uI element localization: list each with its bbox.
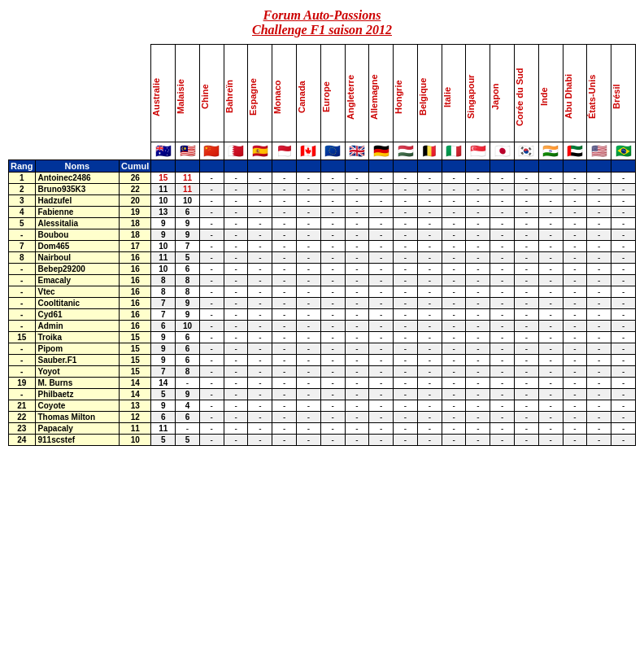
cell-score: 7 bbox=[151, 309, 176, 321]
cell-score: - bbox=[320, 389, 345, 400]
cell-score: 14 bbox=[151, 378, 176, 389]
cell-score: 6 bbox=[176, 207, 200, 218]
cell-score: - bbox=[442, 264, 466, 275]
cell-score: - bbox=[587, 229, 611, 241]
cell-score: 4 bbox=[176, 400, 200, 412]
cell-nom: Philbaetz bbox=[35, 389, 120, 400]
cell-score: - bbox=[297, 264, 321, 275]
cell-score: - bbox=[587, 332, 611, 343]
table-row: -Bebep2920016106------------------ bbox=[9, 264, 636, 275]
cell-score: - bbox=[538, 378, 563, 389]
cell-nom: Bebep29200 bbox=[35, 264, 120, 275]
cell-score: - bbox=[611, 286, 636, 298]
race-flag-monaco: 🇲🇨 bbox=[272, 142, 297, 160]
cell-score: - bbox=[297, 423, 321, 435]
cell-score: - bbox=[611, 400, 636, 412]
cell-score: - bbox=[466, 412, 490, 423]
cell-score: - bbox=[199, 195, 224, 207]
cell-score: - bbox=[272, 332, 297, 343]
cell-score: - bbox=[272, 207, 297, 218]
cell-score: - bbox=[369, 184, 394, 195]
race-col-empty bbox=[563, 160, 587, 173]
cell-score: - bbox=[320, 309, 345, 321]
cell-score: - bbox=[248, 378, 272, 389]
cell-score: - bbox=[297, 252, 321, 264]
cell-rang: 24 bbox=[9, 435, 36, 446]
cell-score: - bbox=[224, 264, 248, 275]
cell-score: - bbox=[394, 423, 418, 435]
cell-score: 5 bbox=[176, 252, 200, 264]
table-row: 3Hadzufel201010------------------ bbox=[9, 195, 636, 207]
cell-score: - bbox=[442, 332, 466, 343]
cell-score: - bbox=[369, 378, 394, 389]
cell-score: - bbox=[248, 412, 272, 423]
cell-score: - bbox=[297, 298, 321, 309]
cell-score: - bbox=[466, 423, 490, 435]
cell-score: - bbox=[199, 173, 224, 184]
cell-score: - bbox=[369, 207, 394, 218]
cell-score: - bbox=[394, 435, 418, 446]
cell-cumul: 26 bbox=[120, 173, 151, 184]
cell-score: - bbox=[563, 400, 587, 412]
cell-score: - bbox=[466, 252, 490, 264]
cell-score: - bbox=[248, 286, 272, 298]
cell-score: - bbox=[563, 229, 587, 241]
cell-score: 5 bbox=[151, 435, 176, 446]
cell-score: - bbox=[417, 412, 442, 423]
cell-score: - bbox=[466, 218, 490, 229]
cell-score: - bbox=[563, 412, 587, 423]
cell-score: - bbox=[320, 173, 345, 184]
cell-score: - bbox=[515, 195, 539, 207]
cell-score: - bbox=[199, 309, 224, 321]
cell-score: - bbox=[515, 184, 539, 195]
race-header-australie: Australie bbox=[151, 45, 176, 142]
cell-score: - bbox=[297, 400, 321, 412]
cell-score: - bbox=[442, 286, 466, 298]
cell-score: - bbox=[199, 286, 224, 298]
cell-score: - bbox=[490, 207, 515, 218]
cell-score: - bbox=[272, 389, 297, 400]
cell-score: - bbox=[442, 400, 466, 412]
cell-score: - bbox=[320, 207, 345, 218]
cell-score: - bbox=[442, 378, 466, 389]
cell-score: - bbox=[248, 252, 272, 264]
cell-score: - bbox=[611, 252, 636, 264]
cell-score: - bbox=[417, 275, 442, 286]
table-row: 24911scstef1055------------------ bbox=[9, 435, 636, 446]
cell-score: - bbox=[538, 286, 563, 298]
cell-score: - bbox=[248, 218, 272, 229]
table-row: -Cyd611679------------------ bbox=[9, 309, 636, 321]
cell-score: 11 bbox=[151, 252, 176, 264]
cell-score: - bbox=[272, 229, 297, 241]
race-flag-italie: 🇮🇹 bbox=[442, 142, 466, 160]
cell-score: - bbox=[369, 435, 394, 446]
cell-score: - bbox=[466, 309, 490, 321]
cell-score: - bbox=[611, 321, 636, 332]
cell-rang: - bbox=[9, 321, 36, 332]
cell-score: - bbox=[345, 298, 369, 309]
cell-cumul: 20 bbox=[120, 195, 151, 207]
cell-score: - bbox=[345, 389, 369, 400]
cell-score: - bbox=[538, 298, 563, 309]
cell-score: - bbox=[515, 218, 539, 229]
table-row: -Philbaetz1459------------------ bbox=[9, 389, 636, 400]
cell-score: - bbox=[369, 366, 394, 378]
cell-score: - bbox=[320, 378, 345, 389]
cell-score: - bbox=[320, 298, 345, 309]
cell-score: - bbox=[369, 332, 394, 343]
race-header-belgique: Belgique bbox=[417, 45, 442, 142]
cell-score: - bbox=[199, 400, 224, 412]
cell-score: - bbox=[369, 298, 394, 309]
cell-score: - bbox=[587, 378, 611, 389]
cell-nom: Alessitalia bbox=[35, 218, 120, 229]
cell-score: - bbox=[272, 343, 297, 355]
cell-score: - bbox=[394, 332, 418, 343]
cell-score: - bbox=[199, 241, 224, 252]
cell-score: - bbox=[563, 355, 587, 366]
cell-score: - bbox=[297, 378, 321, 389]
cell-score: - bbox=[587, 195, 611, 207]
cell-score: - bbox=[490, 355, 515, 366]
cell-score: - bbox=[297, 412, 321, 423]
cell-score: - bbox=[515, 378, 539, 389]
cell-score: - bbox=[394, 286, 418, 298]
